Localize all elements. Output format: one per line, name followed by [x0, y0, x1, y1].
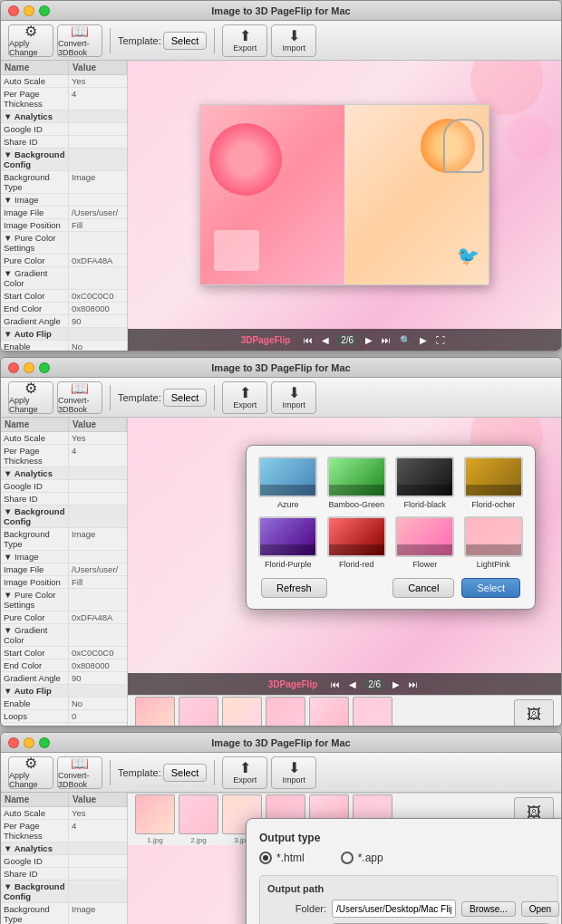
- minimize-button-3[interactable]: [24, 737, 34, 748]
- settings-row-name: Per Page Thickness: [1, 88, 69, 110]
- settings-panel-3[interactable]: Name Value Auto ScaleYesPer Page Thickne…: [1, 793, 128, 924]
- maximize-button-2[interactable]: [39, 362, 50, 373]
- settings-header-2: Name Value: [1, 418, 127, 432]
- select-button[interactable]: Select: [163, 32, 208, 50]
- thumbnail[interactable]: [135, 697, 175, 726]
- import-image-button[interactable]: 🖼ImportImage: [514, 699, 554, 727]
- close-button[interactable]: [8, 5, 19, 16]
- settings-panel-1[interactable]: Name Value Auto ScaleYesPer Page Thickne…: [1, 61, 128, 351]
- last-page-btn[interactable]: ⏭: [379, 334, 393, 346]
- settings-row-value: [69, 685, 127, 697]
- last-page-btn-2[interactable]: ⏭: [406, 679, 421, 690]
- select-button-2[interactable]: Select: [163, 389, 208, 407]
- thumbnail-container[interactable]: 2.jpg: [179, 697, 218, 726]
- folder-input[interactable]: [332, 900, 456, 918]
- settings-row-name: Auto Scale: [1, 807, 69, 819]
- settings-row: Auto ScaleYes: [1, 432, 127, 445]
- theme-thumbnail: [395, 516, 454, 557]
- title-bar-1: Image to 3D PageFlip for Mac: [1, 1, 561, 21]
- refresh-button[interactable]: Refresh: [261, 578, 327, 598]
- zoom-in-btn[interactable]: 🔍: [397, 334, 413, 346]
- theme-item[interactable]: Florid-Purple: [257, 516, 319, 569]
- import-icon-3: ⬇: [288, 761, 300, 775]
- open-button[interactable]: Open: [521, 901, 559, 917]
- prev-page-btn-2[interactable]: ◀: [346, 679, 359, 690]
- settings-row-value: Fill: [69, 219, 127, 231]
- thumbnail[interactable]: [309, 697, 349, 726]
- next-page-btn-2[interactable]: ▶: [390, 679, 402, 690]
- play-btn[interactable]: ▶: [417, 334, 430, 346]
- maximize-button-3[interactable]: [39, 737, 50, 748]
- export-button-3[interactable]: ⬆ Export: [222, 756, 267, 789]
- fullscreen-btn[interactable]: ⛶: [433, 334, 448, 346]
- thumbnail[interactable]: [135, 794, 175, 834]
- export-button[interactable]: ⬆ Export: [222, 24, 267, 57]
- settings-row-value: [69, 480, 127, 492]
- settings-row: ▼ Image: [1, 551, 127, 563]
- select-theme-button[interactable]: Select: [461, 578, 520, 598]
- theme-thumbnail: [258, 516, 317, 557]
- minimize-button-2[interactable]: [24, 362, 34, 373]
- thumbnail[interactable]: [266, 697, 305, 726]
- minimize-button[interactable]: [24, 5, 34, 16]
- select-button-3[interactable]: Select: [163, 764, 208, 782]
- next-page-btn[interactable]: ▶: [363, 334, 375, 346]
- app-option[interactable]: *.app: [341, 852, 383, 864]
- output-type-row: *.html *.app: [259, 852, 558, 864]
- theme-item[interactable]: Flower: [394, 516, 456, 569]
- settings-panel-2[interactable]: Name Value Auto ScaleYesPer Page Thickne…: [1, 418, 128, 726]
- thumbnail[interactable]: [179, 794, 218, 834]
- output-path-title: Output path: [267, 883, 550, 894]
- thumbnail-container[interactable]: 1.jpg: [135, 697, 175, 726]
- theme-item[interactable]: Azure: [257, 457, 319, 509]
- first-page-btn-2[interactable]: ⏮: [328, 679, 343, 690]
- thumbnail-container[interactable]: 2.jpg: [179, 794, 218, 844]
- close-button-3[interactable]: [8, 737, 19, 748]
- apply-change-button-3[interactable]: ⚙ Apply Change: [8, 756, 53, 789]
- convert-3dbook-button-2[interactable]: 📖 Convert-3DBook: [57, 381, 102, 414]
- window-title-1: Image to 3D PageFlip for Mac: [211, 5, 350, 16]
- settings-row-value: [69, 493, 127, 505]
- theme-item[interactable]: LightPink: [463, 516, 525, 569]
- import-button-3[interactable]: ⬇ Import: [271, 756, 316, 789]
- maximize-button[interactable]: [39, 5, 50, 16]
- thumbnail-container[interactable]: 4.jpg: [266, 697, 305, 726]
- export-button-2[interactable]: ⬆ Export: [222, 381, 267, 414]
- convert-3dbook-button-3[interactable]: 📖 Convert-3DBook: [57, 756, 102, 789]
- import-button-2[interactable]: ⬇ Import: [271, 381, 316, 414]
- thumbnail-container[interactable]: 1.jpg: [135, 794, 175, 844]
- close-button-2[interactable]: [8, 362, 19, 373]
- theme-item[interactable]: Florid-red: [326, 516, 388, 569]
- import-button[interactable]: ⬇ Import: [271, 24, 316, 57]
- html-radio[interactable]: [259, 852, 272, 864]
- toolbar-sep-4: [214, 385, 215, 410]
- prev-page-btn[interactable]: ◀: [319, 334, 332, 346]
- thumbnail[interactable]: [353, 697, 392, 726]
- browse-button[interactable]: Browse...: [461, 901, 516, 917]
- theme-item[interactable]: Florid-black: [394, 457, 456, 509]
- settings-row: Pure Color0xDFA48A: [1, 611, 127, 624]
- theme-item[interactable]: Bamboo-Green: [326, 457, 388, 509]
- thumbnail[interactable]: [179, 697, 218, 726]
- first-page-btn[interactable]: ⏮: [301, 334, 315, 346]
- thumbnail-container[interactable]: 6.jpg: [353, 697, 392, 726]
- theme-grid: AzureBamboo-GreenFlorid-blackFlorid-oche…: [257, 457, 524, 569]
- preview-toolbar-2: 3DPageFlip ⏮ ◀ 2/6 ▶ ⏭: [128, 673, 561, 695]
- apply-change-button[interactable]: ⚙ Apply Change: [8, 24, 53, 57]
- thumbnail[interactable]: [222, 697, 262, 726]
- theme-name: Florid-ocher: [471, 500, 515, 509]
- html-option[interactable]: *.html: [259, 852, 305, 864]
- app-radio[interactable]: [341, 852, 354, 864]
- settings-row-name: ▼ Background Config: [1, 881, 69, 902]
- thumbnail-container[interactable]: 5.jpg: [309, 697, 349, 726]
- theme-thumbnail: [464, 516, 523, 557]
- theme-item[interactable]: Florid-ocher: [463, 457, 525, 509]
- settings-row-value: 90: [69, 672, 127, 684]
- apply-icon-3: ⚙: [24, 756, 37, 771]
- thumbnail-label: 1.jpg: [147, 836, 162, 844]
- convert-3dbook-button[interactable]: 📖 Convert-3DBook: [57, 24, 102, 57]
- cancel-theme-button[interactable]: Cancel: [392, 578, 454, 598]
- apply-change-button-2[interactable]: ⚙ Apply Change: [8, 381, 53, 414]
- settings-row: ▼ Auto Flip: [1, 328, 127, 341]
- thumbnail-container[interactable]: 3.jpg: [222, 697, 262, 726]
